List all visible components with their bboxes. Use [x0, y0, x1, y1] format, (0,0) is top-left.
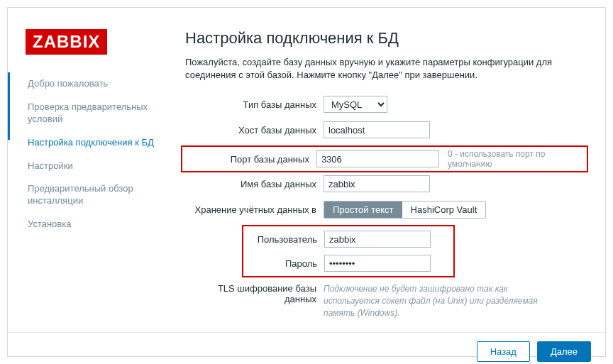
wizard-footer: Назад Далее [8, 332, 605, 364]
main-panel: Настройка подключения к БД Пожалуйста, с… [178, 8, 605, 332]
row-db-name: Имя базы данных [185, 174, 584, 194]
row-tls: TLS шифрование базы данных Подключение н… [185, 283, 584, 319]
step-db[interactable]: Настройка подключения к БД [28, 131, 164, 155]
highlight-port: Порт базы данных 0 - использовать порт п… [181, 145, 588, 172]
tls-hint: Подключение не будет зашифровано так как… [324, 283, 558, 319]
wizard-body: ZABBIX Добро пожаловать Проверка предвар… [8, 8, 605, 332]
label-db-name: Имя базы данных [185, 179, 324, 189]
label-db-port: Порт базы данных [187, 154, 316, 165]
back-button[interactable]: Назад [477, 341, 530, 362]
sidebar: ZABBIX Добро пожаловать Проверка предвар… [8, 8, 178, 332]
row-db-type: Тип базы данных MySQL [185, 94, 584, 114]
label-db-type: Тип базы данных [185, 99, 324, 110]
page-title: Настройка подключения к БД [185, 29, 584, 48]
db-name-input[interactable] [324, 175, 430, 192]
progress-bar [8, 72, 10, 140]
setup-wizard: ZABBIX Добро пожаловать Проверка предвар… [7, 7, 606, 357]
row-user: Пользователь [248, 229, 449, 249]
credentials-toggle: Простой текст HashiCorp Vault [324, 201, 486, 219]
label-user: Пользователь [248, 234, 324, 245]
logo: ZABBIX [26, 29, 107, 55]
toggle-plain-text[interactable]: Простой текст [324, 202, 402, 218]
next-button[interactable]: Далее [537, 341, 591, 362]
toggle-vault[interactable]: HashiCorp Vault [402, 202, 486, 218]
row-store-in: Хранение учётных данных в Простой текст … [185, 199, 584, 219]
password-input[interactable] [324, 255, 431, 272]
row-db-host: Хост базы данных [185, 120, 584, 140]
label-store-in: Хранение учётных данных в [185, 204, 324, 215]
steps-nav: Добро пожаловать Проверка предварительны… [26, 72, 164, 236]
step-preinstall: Предварительный обзор инсталляции [28, 177, 164, 213]
row-password: Пароль [248, 253, 449, 273]
port-hint: 0 - использовать порт по умолчанию [448, 149, 582, 169]
intro-text: Пожалуйста, создайте базу данных вручную… [185, 56, 584, 82]
db-type-select[interactable]: MySQL [324, 96, 387, 113]
user-input[interactable] [324, 231, 431, 248]
label-password: Пароль [248, 258, 324, 269]
step-prereq[interactable]: Проверка предварительных условий [28, 96, 164, 131]
db-port-input[interactable] [316, 150, 439, 167]
step-install: Установка [28, 213, 164, 236]
step-welcome[interactable]: Добро пожаловать [28, 72, 164, 96]
label-db-host: Хост базы данных [185, 125, 324, 136]
highlight-credentials: Пользователь Пароль [242, 225, 455, 277]
label-tls: TLS шифрование базы данных [185, 283, 324, 304]
db-host-input[interactable] [324, 121, 430, 138]
step-settings: Настройки [28, 155, 164, 178]
